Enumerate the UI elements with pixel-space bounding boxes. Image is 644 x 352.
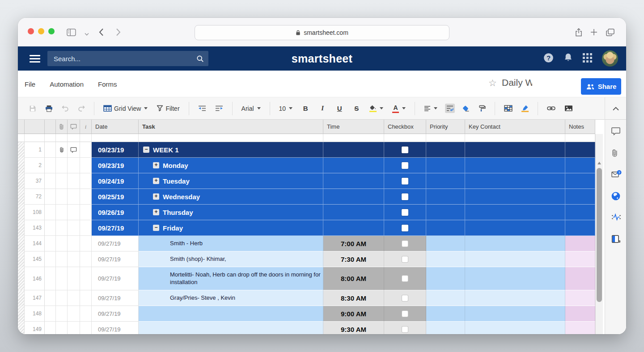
clear-format-button[interactable] — [461, 104, 471, 113]
app-launcher-icon[interactable] — [583, 53, 592, 64]
cell-key-contact[interactable] — [465, 173, 565, 189]
expand-toggle-icon[interactable]: + — [153, 178, 159, 184]
checkbox[interactable] — [402, 147, 408, 153]
cell-time[interactable]: 8:00 AM — [323, 267, 384, 290]
notifications-bell-icon[interactable] — [564, 53, 573, 65]
cell-date[interactable]: 09/27/19 — [92, 290, 139, 306]
attachment-column-header[interactable] — [56, 120, 68, 134]
header-checkbox[interactable]: Checkbox — [384, 120, 426, 134]
cell-time[interactable] — [323, 205, 384, 220]
cell-priority[interactable] — [426, 205, 465, 220]
cell-notes[interactable] — [565, 322, 595, 334]
info-column-header[interactable]: i — [80, 120, 92, 134]
row-comment-cell[interactable] — [68, 322, 80, 334]
cell-task[interactable]: −WEEK 1 — [139, 142, 323, 158]
minimize-window-button[interactable] — [38, 28, 44, 34]
cell-priority[interactable] — [426, 158, 465, 173]
collapse-toolbar-button[interactable] — [605, 97, 626, 120]
table-row[interactable]: 72 09/25/19 +Wednesday — [18, 189, 626, 205]
cell-priority[interactable] — [426, 220, 465, 236]
row-select-cell[interactable] — [45, 173, 56, 189]
row-comment-cell[interactable] — [68, 267, 80, 290]
cell-notes[interactable] — [565, 158, 595, 173]
row-comment-cell[interactable] — [68, 290, 80, 306]
cell-time[interactable]: 7:30 AM — [323, 251, 384, 267]
row-select-cell[interactable] — [45, 236, 56, 251]
cell-checkbox[interactable] — [384, 205, 426, 220]
cell-task[interactable]: +Tuesday — [139, 173, 323, 189]
cell-task[interactable]: Smith (shop)- Khimar, — [139, 251, 323, 267]
row-select-cell[interactable] — [45, 267, 56, 290]
row-comment-cell[interactable] — [68, 306, 80, 322]
cell-time[interactable] — [323, 220, 384, 236]
cell-date[interactable]: 09/27/19 — [92, 220, 139, 236]
expand-toggle-icon[interactable]: − — [143, 147, 149, 153]
row-select-cell[interactable] — [45, 189, 56, 205]
highlight-button[interactable] — [520, 103, 530, 114]
row-select-cell[interactable] — [45, 142, 56, 158]
cell-date[interactable]: 09/27/19 — [92, 322, 139, 334]
cell-priority[interactable] — [426, 290, 465, 306]
cell-priority[interactable] — [426, 189, 465, 205]
row-number[interactable]: 148 — [25, 306, 45, 322]
row-comment-cell[interactable] — [68, 173, 80, 189]
expand-toggle-icon[interactable]: + — [153, 209, 159, 215]
update-requests-icon[interactable]: ? — [611, 170, 621, 180]
traffic-lights[interactable] — [28, 28, 55, 34]
cell-date[interactable]: 09/27/19 — [92, 267, 139, 290]
cell-time[interactable] — [323, 189, 384, 205]
cell-time[interactable]: 7:00 AM — [323, 236, 384, 251]
header-priority[interactable]: Priority — [426, 120, 465, 134]
row-number[interactable]: 72 — [25, 189, 45, 205]
row-info-cell[interactable] — [80, 236, 92, 251]
comment-column-header[interactable] — [68, 120, 80, 134]
checkbox[interactable] — [402, 276, 408, 281]
menu-automation[interactable]: Automation — [50, 80, 84, 88]
header-key-contact[interactable]: Key Contact — [465, 120, 565, 134]
row-attachment-cell[interactable] — [56, 173, 68, 189]
table-row[interactable]: 143 09/27/19 −Friday — [18, 220, 626, 236]
conversations-icon[interactable] — [611, 127, 621, 137]
table-row[interactable]: 148 09/27/19 9:00 AM — [18, 306, 626, 322]
cell-notes[interactable] — [565, 290, 595, 306]
cell-task[interactable]: Smith - Herb — [139, 236, 323, 251]
cell-date[interactable]: 09/25/19 — [92, 189, 139, 205]
row-select-cell[interactable] — [45, 290, 56, 306]
row-number[interactable]: 1 — [25, 142, 45, 158]
cell-merge-button[interactable] — [503, 103, 514, 113]
row-info-cell[interactable] — [80, 290, 92, 306]
row-select-cell[interactable] — [45, 306, 56, 322]
cell-key-contact[interactable] — [465, 290, 565, 306]
checkbox[interactable] — [402, 178, 408, 184]
checkbox[interactable] — [402, 225, 408, 231]
menu-file[interactable]: File — [25, 80, 35, 88]
card-view-panel-icon[interactable] — [611, 234, 621, 244]
cell-key-contact[interactable] — [465, 142, 565, 158]
align-button[interactable] — [423, 104, 439, 113]
table-row[interactable]: 37 09/24/19 +Tuesday — [18, 173, 626, 189]
row-info-cell[interactable] — [80, 251, 92, 267]
chevron-down-icon[interactable] — [80, 28, 93, 40]
row-comment-cell[interactable] — [68, 158, 80, 173]
checkbox[interactable] — [402, 193, 408, 200]
cell-checkbox[interactable] — [384, 306, 426, 322]
cell-notes[interactable] — [565, 142, 595, 158]
row-select-cell[interactable] — [45, 220, 56, 236]
row-comment-cell[interactable] — [68, 251, 80, 267]
cell-notes[interactable] — [565, 236, 595, 251]
font-family-selector[interactable]: Arial — [240, 103, 262, 114]
cell-checkbox[interactable] — [384, 158, 426, 173]
row-attachment-cell[interactable] — [56, 220, 68, 236]
checkbox[interactable] — [402, 162, 408, 169]
cell-priority[interactable] — [426, 306, 465, 322]
cell-task[interactable]: Gray/Pries- Steve , Kevin — [139, 290, 323, 306]
checkbox[interactable] — [402, 256, 408, 262]
header-time[interactable]: Time — [323, 120, 384, 134]
row-number[interactable]: 2 — [25, 158, 45, 173]
row-select-cell[interactable] — [45, 158, 56, 173]
activity-log-icon[interactable] — [611, 213, 621, 222]
underline-button[interactable]: U — [334, 103, 345, 114]
cell-priority[interactable] — [426, 322, 465, 334]
sidebar-toggle-icon[interactable] — [65, 26, 77, 38]
cell-task[interactable]: +Thursday — [139, 205, 323, 220]
